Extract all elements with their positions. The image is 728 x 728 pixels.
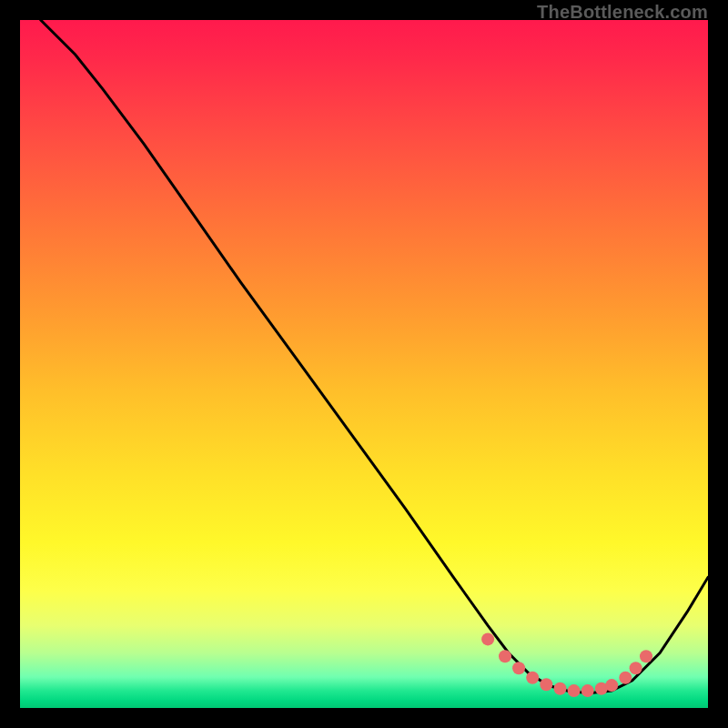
highlight-dot <box>554 682 567 695</box>
highlight-dot <box>640 650 652 662</box>
highlight-dot <box>481 632 494 645</box>
highlight-dot <box>540 678 552 691</box>
highlight-dot <box>499 650 511 662</box>
plot-area <box>20 20 708 708</box>
curve-layer <box>20 20 708 708</box>
bottleneck-curve <box>41 20 708 693</box>
highlight-dot <box>526 672 539 684</box>
highlight-dot <box>581 684 594 697</box>
highlight-dot <box>512 662 525 674</box>
optimal-zone-markers <box>481 632 652 697</box>
chart-frame: TheBottleneck.com <box>0 0 728 728</box>
highlight-dot <box>605 679 618 692</box>
highlight-dot <box>630 662 642 674</box>
highlight-dot <box>619 672 632 684</box>
highlight-dot <box>568 684 581 697</box>
